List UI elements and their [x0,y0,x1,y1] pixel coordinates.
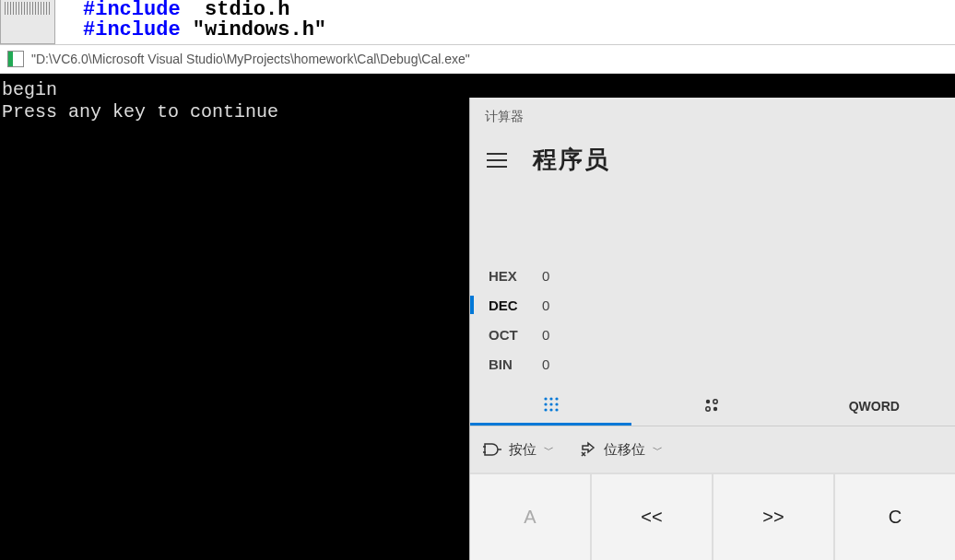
qword-label: QWORD [849,399,900,414]
base-label: OCT [489,327,535,343]
logic-gate-icon [483,443,501,456]
base-list: HEX 0 DEC 0 OCT 0 BIN 0 [470,261,955,386]
menu-icon[interactable] [485,147,511,173]
base-label: BIN [489,356,535,372]
calculator-app-title: 计算器 [485,109,524,125]
svg-point-1 [549,397,552,400]
svg-point-8 [555,408,558,411]
svg-point-9 [706,399,710,402]
base-row-bin[interactable]: BIN 0 [481,349,944,379]
svg-point-10 [713,399,717,402]
chevron-down-icon: ﹀ [544,443,554,457]
key-shift-left[interactable]: << [592,474,712,560]
ide-side-panel [0,0,55,44]
view-tabs: QWORD [470,386,955,426]
calculator-mode-title: 程序员 [533,144,610,176]
svg-point-2 [555,397,558,400]
calculator-window: 计算器 程序员 HEX 0 DEC 0 OCT 0 BIN 0 [469,98,955,560]
console-line: begin [2,79,57,100]
base-row-oct[interactable]: OCT 0 [481,320,944,349]
ide-code: #include stdio.h #include "windows.h" [83,0,955,41]
tab-qword[interactable]: QWORD [794,386,955,426]
bitshift-label: 位移位 [604,441,645,459]
calculator-display [470,187,955,261]
key-a: A [470,474,590,560]
base-value: 0 [542,298,549,313]
base-row-dec[interactable]: DEC 0 [481,290,944,320]
console-exe-icon [7,51,24,67]
svg-point-7 [549,408,552,411]
base-value: 0 [542,268,549,284]
base-row-hex[interactable]: HEX 0 [481,261,944,290]
tab-bit-toggle[interactable] [631,386,793,426]
svg-point-3 [544,402,547,405]
svg-point-0 [544,397,547,400]
bit-toggle-icon [704,398,721,414]
calculator-titlebar[interactable]: 计算器 [470,98,955,136]
keypad-icon [543,396,560,413]
tab-keypad[interactable] [470,386,631,426]
key-clear[interactable]: C [835,474,955,560]
base-label: HEX [489,268,535,284]
console-line: Press any key to continue [2,101,278,122]
svg-point-6 [544,408,547,411]
keypad: A << >> C [470,472,955,560]
operation-mode-row: 按位 ﹀ 位移位 ﹀ [470,426,955,472]
svg-point-5 [555,402,558,405]
svg-point-4 [549,402,552,405]
svg-point-12 [713,406,717,410]
svg-point-11 [706,406,710,410]
key-shift-right[interactable]: >> [713,474,833,560]
bitwise-label: 按位 [509,441,536,459]
bitwise-dropdown[interactable]: 按位 ﹀ [483,441,554,459]
base-label: DEC [489,298,535,313]
console-title-text: "D:\VC6.0\Microsoft Visual Studio\MyProj… [31,52,470,66]
base-value: 0 [542,327,549,343]
console-titlebar[interactable]: "D:\VC6.0\Microsoft Visual Studio\MyProj… [0,44,955,74]
chevron-down-icon: ﹀ [653,443,663,457]
bit-shift-icon [580,441,596,458]
preproc: #include [83,18,193,41]
base-value: 0 [542,356,549,372]
hdr: "windows.h" [193,18,326,41]
bitshift-dropdown[interactable]: 位移位 ﹀ [580,441,663,459]
calculator-header: 程序员 [470,136,955,187]
ide-code-strip: #include stdio.h #include "windows.h" [0,0,955,44]
